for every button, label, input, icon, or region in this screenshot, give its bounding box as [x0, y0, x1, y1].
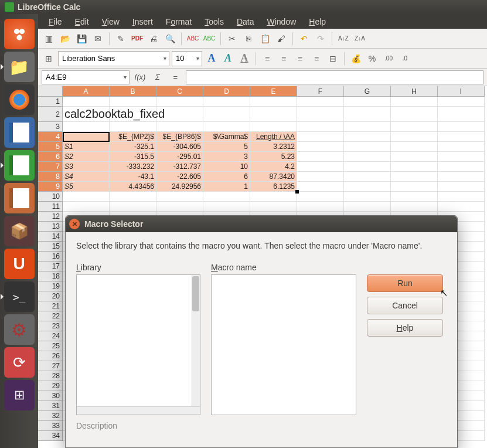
email-icon[interactable]: ✉: [91, 32, 105, 46]
align-center-icon[interactable]: ≡: [277, 52, 291, 66]
launcher-files[interactable]: [4, 52, 35, 82]
row-header[interactable]: 21: [38, 301, 63, 311]
cell[interactable]: 6: [203, 172, 250, 182]
cell[interactable]: Length / \AA: [250, 132, 297, 142]
row-header[interactable]: 24: [38, 331, 63, 341]
equals-icon[interactable]: =: [168, 71, 182, 84]
cell[interactable]: [344, 107, 391, 122]
print-icon[interactable]: 🖨: [147, 32, 161, 46]
cell[interactable]: [250, 97, 297, 107]
cell[interactable]: [203, 202, 250, 212]
row-header[interactable]: 29: [38, 381, 63, 391]
menu-view[interactable]: View: [96, 16, 125, 28]
launcher-writer[interactable]: [4, 117, 35, 148]
select-all-corner[interactable]: [38, 86, 63, 97]
help-button[interactable]: Help: [367, 319, 443, 337]
cell[interactable]: 5.23: [250, 152, 297, 162]
cell[interactable]: S3: [63, 162, 110, 172]
redo-icon[interactable]: ↷: [314, 32, 328, 46]
formula-input[interactable]: [186, 70, 483, 84]
cell[interactable]: [344, 132, 391, 142]
row-header[interactable]: 3: [38, 122, 63, 132]
cell[interactable]: 3.2312: [250, 142, 297, 152]
bold-icon[interactable]: A: [205, 52, 219, 66]
cell[interactable]: [391, 202, 438, 212]
row-header[interactable]: 30: [38, 391, 63, 401]
cell[interactable]: -315.5: [110, 152, 156, 162]
menu-format[interactable]: Format: [160, 16, 197, 28]
menu-file[interactable]: File: [43, 16, 68, 28]
cell[interactable]: 10: [203, 162, 250, 172]
cell[interactable]: [438, 142, 485, 152]
format-paint-icon[interactable]: 🖌: [274, 32, 288, 46]
row-header[interactable]: 5: [38, 142, 63, 152]
pdf-icon[interactable]: PDF: [130, 32, 144, 46]
cell[interactable]: [438, 97, 485, 107]
cell[interactable]: [438, 172, 485, 182]
row-header[interactable]: 26: [38, 351, 63, 361]
cell[interactable]: [344, 192, 391, 202]
cell[interactable]: [297, 107, 344, 122]
launcher-settings[interactable]: [4, 314, 35, 345]
cell[interactable]: [391, 192, 438, 202]
undo-icon[interactable]: ↶: [297, 32, 311, 46]
row-header[interactable]: 25: [38, 341, 63, 351]
cell[interactable]: [438, 122, 485, 132]
open-icon[interactable]: 📂: [58, 32, 72, 46]
cell[interactable]: [63, 97, 110, 107]
cell[interactable]: [203, 122, 250, 132]
cell[interactable]: S5: [63, 182, 110, 192]
cell[interactable]: [250, 202, 297, 212]
align-left-icon[interactable]: ≡: [260, 52, 274, 66]
cell[interactable]: [438, 152, 485, 162]
cell[interactable]: S4: [63, 172, 110, 182]
new-doc-icon[interactable]: ▥: [42, 32, 56, 46]
launcher-terminal[interactable]: [4, 281, 35, 312]
menu-tools[interactable]: Tools: [199, 16, 230, 28]
italic-icon[interactable]: A: [221, 52, 235, 66]
menu-data[interactable]: Data: [231, 16, 260, 28]
row-header[interactable]: 1: [38, 97, 63, 107]
menu-edit[interactable]: Edit: [69, 16, 95, 28]
row-header[interactable]: 8: [38, 172, 63, 182]
row-header[interactable]: 20: [38, 291, 63, 301]
cell[interactable]: [297, 162, 344, 172]
cancel-button[interactable]: Cancel: [367, 297, 443, 314]
launcher-software-center[interactable]: U: [4, 249, 35, 279]
cell[interactable]: $E_{BP86}$: [156, 132, 203, 142]
row-header[interactable]: 17: [38, 262, 63, 271]
preview-icon[interactable]: 🔍: [163, 32, 177, 46]
cell[interactable]: [63, 122, 110, 132]
autospell-icon[interactable]: ABC: [202, 32, 216, 46]
cell[interactable]: [344, 97, 391, 107]
column-header[interactable]: E: [250, 86, 297, 97]
cell[interactable]: [344, 142, 391, 152]
cell[interactable]: [391, 107, 438, 122]
column-header[interactable]: F: [297, 86, 344, 97]
cell[interactable]: [156, 97, 203, 107]
row-header[interactable]: 34: [38, 431, 63, 441]
launcher-calc[interactable]: [4, 150, 35, 181]
row-header[interactable]: 15: [38, 242, 63, 252]
cell[interactable]: [156, 202, 203, 212]
cell[interactable]: [63, 202, 110, 212]
cell[interactable]: [110, 192, 156, 202]
sort-asc-icon[interactable]: A↓Z: [336, 32, 350, 46]
decimal-add-icon[interactable]: .00: [382, 52, 396, 66]
menu-window[interactable]: Window: [261, 16, 302, 28]
cell[interactable]: [438, 202, 485, 212]
column-header[interactable]: B: [110, 86, 156, 97]
cell[interactable]: [391, 162, 438, 172]
menu-help[interactable]: Help: [303, 16, 332, 28]
cell[interactable]: 87.3420: [250, 172, 297, 182]
launcher-reader[interactable]: [4, 347, 35, 378]
cell[interactable]: [297, 97, 344, 107]
launcher-workspace[interactable]: [4, 380, 35, 410]
cell[interactable]: 1: [203, 182, 250, 192]
cell[interactable]: [297, 192, 344, 202]
row-header[interactable]: 32: [38, 411, 63, 421]
cell[interactable]: [297, 122, 344, 132]
font-size-combo[interactable]: 10: [172, 51, 202, 66]
cell[interactable]: [297, 202, 344, 212]
cell[interactable]: [63, 192, 110, 202]
